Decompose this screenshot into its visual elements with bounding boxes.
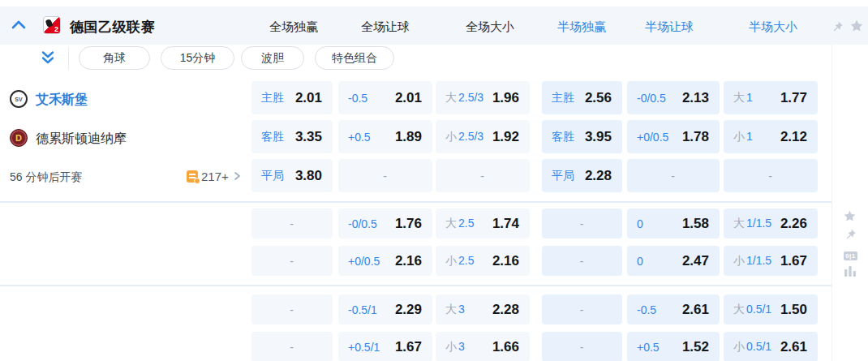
league-title: 德国乙级联赛 [70,18,155,37]
odds-panel: 2 德国乙级联赛 全场独赢全场让球全场大小半场独赢半场让球半场大小 角球15分钟… [0,0,868,361]
odds-cell[interactable]: 平局3.80 [251,159,333,192]
odds-format-01-icon[interactable]: 0|1 [844,251,857,260]
away-team-name[interactable]: 德累斯顿迪纳摩 [36,131,127,148]
star-icon[interactable] [849,19,864,33]
odds-cell[interactable]: -0.5/12.29 [338,294,432,324]
odds-cell-empty: - [251,208,333,239]
odds-cell[interactable]: 02.47 [627,246,720,276]
market-tab-3[interactable]: 全场大小 [466,19,514,35]
more-markets-button[interactable]: 217+ [187,168,242,184]
filter-pill-2[interactable]: 15分钟 [161,46,234,70]
pin-top-icon[interactable] [844,228,857,241]
odds-cell[interactable]: 大0.5/11.50 [724,294,818,324]
kickoff-countdown: 56 分钟后开赛 [10,170,82,185]
group-separator [0,201,831,203]
pin-icon[interactable] [831,20,844,33]
odds-cell[interactable]: 01.58 [627,208,720,239]
odds-cell-empty: - [542,208,622,239]
odds-cell[interactable]: -0/0.51.76 [338,208,432,239]
divider [68,47,69,70]
away-team-logo: D [10,129,28,147]
divider [831,45,832,361]
odds-cell-empty: - [251,294,333,324]
odds-cell[interactable]: 大11.77 [724,81,818,114]
odds-cell[interactable]: -0.52.61 [627,294,720,324]
favorite-star-icon[interactable] [843,209,857,223]
odds-cell-empty: - [436,159,530,192]
markets-document-icon [187,170,198,183]
home-team-logo: SV [10,90,28,108]
odds-cell-empty: - [251,246,333,276]
filter-pill-3[interactable]: 波胆 [241,46,304,70]
odds-cell[interactable]: +0.51.89 [338,120,432,153]
market-tab-5[interactable]: 半场让球 [645,19,694,35]
odds-cell-empty: - [542,332,622,361]
odds-cell[interactable]: 小2.5/31.92 [436,120,530,153]
odds-cell[interactable]: +0.51.52 [627,332,720,361]
home-team-name[interactable]: 艾禾斯堡 [36,92,88,109]
odds-cell-empty: - [724,159,818,192]
odds-cell-empty: - [338,159,432,192]
odds-cell[interactable]: 客胜3.35 [251,120,333,153]
odds-cell[interactable]: +0/0.52.16 [338,246,432,276]
odds-cell[interactable]: 小31.66 [436,332,530,361]
odds-cell[interactable]: 主胜2.01 [251,81,333,114]
chevron-right-icon [232,171,242,181]
odds-cell[interactable]: 小1/1.51.67 [724,246,818,276]
more-markets-count: 217+ [201,170,229,183]
odds-cell[interactable]: 平局2.28 [542,159,622,192]
stats-chart-icon[interactable] [844,264,857,277]
odds-cell-empty: - [251,332,333,361]
market-tab-6[interactable]: 半场大小 [749,19,797,35]
odds-cell[interactable]: +0/0.51.78 [627,120,720,153]
odds-cell[interactable]: 小12.12 [724,120,818,153]
group-separator [0,285,831,286]
odds-cell-empty: - [542,246,622,276]
odds-cell[interactable]: 小0.5/12.61 [724,332,818,361]
odds-cell-empty: - [542,294,622,324]
odds-cell[interactable]: -0/0.52.13 [627,81,720,114]
league-logo-icon: 2 [43,16,61,34]
odds-cell[interactable]: -0.52.01 [338,81,432,114]
market-tab-1[interactable]: 全场独赢 [269,19,318,35]
collapse-chevron-up-icon[interactable] [11,19,26,30]
odds-cell[interactable]: +0.5/11.67 [338,332,432,361]
expand-double-chevron-down-icon[interactable] [41,50,55,65]
odds-cell[interactable]: 大2.5/31.96 [436,81,530,114]
market-tab-4[interactable]: 半场独赢 [557,19,606,35]
odds-cell[interactable]: 主胜2.56 [542,81,622,114]
odds-cell[interactable]: 大1/1.52.26 [724,208,818,239]
filter-pill-1[interactable]: 角球 [79,46,150,70]
filter-pill-4[interactable]: 特色组合 [315,46,394,70]
market-tab-2[interactable]: 全场让球 [361,19,410,35]
odds-cell[interactable]: 大32.28 [436,294,530,324]
odds-cell[interactable]: 大2.51.74 [436,208,530,239]
odds-cell-empty: - [627,159,720,192]
odds-cell[interactable]: 小2.52.16 [436,246,530,276]
odds-cell[interactable]: 客胜3.95 [542,120,622,153]
